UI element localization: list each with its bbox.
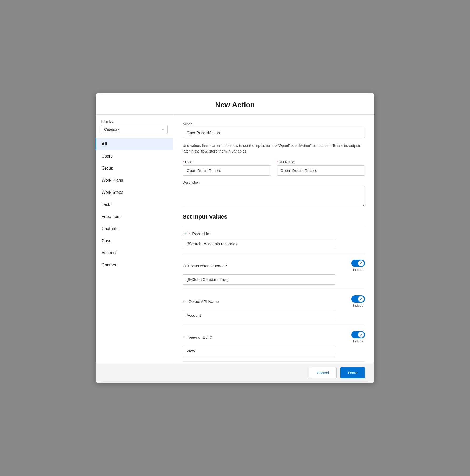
record-id-label: Record Id	[192, 231, 209, 236]
record-id-input[interactable]	[183, 239, 335, 249]
object-api-input[interactable]	[183, 310, 335, 320]
modal-title: New Action	[106, 101, 364, 109]
view-edit-row: Aa View or Edit? Include	[183, 326, 365, 361]
action-field-label: Action	[183, 122, 365, 126]
view-edit-label: View or Edit?	[188, 335, 212, 340]
sidebar-item-users[interactable]: Users	[96, 150, 173, 162]
object-toggle[interactable]	[351, 295, 365, 303]
focus-label: Focus when Opened?	[188, 264, 227, 268]
view-edit-toggle-thumb	[358, 332, 364, 338]
label-field-group: Label	[183, 160, 271, 176]
focus-row: ⊙ Focus when Opened? Include	[183, 254, 365, 290]
focus-include-section: Include	[351, 260, 365, 272]
view-edit-type-icon: Aa	[183, 335, 186, 339]
text-type-icon: Aa	[183, 232, 186, 236]
sidebar-nav: All Users Group Work Plans Work Steps Ta…	[96, 137, 173, 272]
record-id-header: Aa * Record Id	[183, 231, 365, 236]
action-input[interactable]	[183, 128, 365, 138]
modal-body: Filter By CategoryTypeObject All Users G…	[96, 115, 374, 363]
modal-footer: Cancel Done	[96, 363, 374, 383]
object-toggle-thumb	[358, 296, 364, 302]
focus-toggle[interactable]	[351, 260, 365, 267]
focus-input[interactable]	[183, 274, 335, 285]
label-api-row: Label API Name	[183, 160, 365, 176]
record-id-label-group: Aa * Record Id	[183, 231, 209, 236]
done-button[interactable]: Done	[340, 367, 365, 378]
focus-header: ⊙ Focus when Opened? Include	[183, 260, 365, 272]
modal-header: New Action	[96, 93, 374, 115]
focus-label-group: ⊙ Focus when Opened?	[183, 263, 227, 268]
view-edit-toggle-track	[351, 331, 365, 338]
set-input-title: Set Input Values	[183, 213, 365, 220]
object-include-section: Include	[351, 295, 365, 307]
filter-section: Filter By CategoryTypeObject	[96, 115, 173, 137]
sidebar-item-chatbots[interactable]: Chatbots	[96, 223, 173, 235]
api-name-input[interactable]	[277, 165, 365, 176]
object-toggle-track	[351, 295, 365, 303]
description-textarea[interactable]	[183, 186, 365, 207]
filter-label: Filter By	[101, 119, 168, 123]
sidebar-item-all[interactable]: All	[96, 138, 173, 150]
object-api-row: Aa Object API Name Include	[183, 290, 365, 326]
record-id-row: Aa * Record Id	[183, 226, 365, 254]
sidebar-item-case[interactable]: Case	[96, 235, 173, 247]
object-type-icon: Aa	[183, 299, 186, 303]
sidebar: Filter By CategoryTypeObject All Users G…	[96, 115, 173, 363]
sidebar-item-group[interactable]: Group	[96, 162, 173, 174]
view-edit-include-section: Include	[351, 331, 365, 343]
label-field-label: Label	[183, 160, 271, 164]
view-edit-label-group: Aa View or Edit?	[183, 335, 212, 340]
object-api-header: Aa Object API Name Include	[183, 295, 365, 307]
focus-include-label: Include	[353, 268, 363, 272]
focus-toggle-track	[351, 260, 365, 267]
api-name-field-group: API Name	[277, 160, 365, 176]
focus-toggle-thumb	[358, 260, 364, 266]
sidebar-item-work-plans[interactable]: Work Plans	[96, 174, 173, 186]
filter-select-wrapper: CategoryTypeObject	[101, 125, 168, 134]
description-label: Description	[183, 180, 365, 184]
sidebar-item-task[interactable]: Task	[96, 199, 173, 211]
modal-dialog: New Action Filter By CategoryTypeObject …	[96, 93, 374, 383]
view-edit-header: Aa View or Edit? Include	[183, 331, 365, 343]
view-edit-input[interactable]	[183, 346, 335, 356]
description-field-group: Description	[183, 180, 365, 208]
view-edit-include-label: Include	[353, 340, 363, 343]
api-name-label: API Name	[277, 160, 365, 164]
focus-icon: ⊙	[183, 263, 186, 268]
object-api-label: Object API Name	[188, 299, 219, 304]
view-edit-toggle[interactable]	[351, 331, 365, 338]
sidebar-item-work-steps[interactable]: Work Steps	[96, 186, 173, 199]
object-include-label: Include	[353, 304, 363, 307]
object-api-label-group: Aa Object API Name	[183, 299, 219, 304]
sidebar-item-feed-item[interactable]: Feed Item	[96, 211, 173, 223]
category-select[interactable]: CategoryTypeObject	[101, 125, 168, 134]
modal-overlay: New Action Filter By CategoryTypeObject …	[0, 0, 470, 476]
action-description-text: Use values from earlier in the flow to s…	[183, 143, 365, 154]
cancel-button[interactable]: Cancel	[309, 367, 337, 378]
action-section: Action	[183, 122, 365, 138]
main-content: Action Use values from earlier in the fl…	[173, 115, 374, 363]
sidebar-item-contact[interactable]: Contact	[96, 259, 173, 271]
sidebar-item-account[interactable]: Account	[96, 247, 173, 259]
record-id-required-star: *	[188, 231, 190, 236]
label-input[interactable]	[183, 165, 271, 176]
